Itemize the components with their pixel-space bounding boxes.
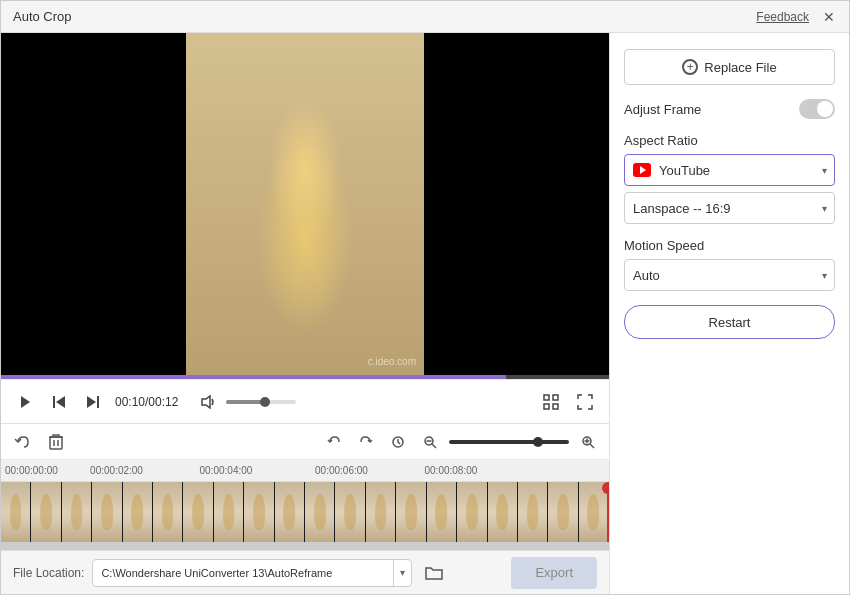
svg-line-17 [432, 444, 436, 448]
thumb-2 [31, 482, 61, 542]
time-display: 00:10/00:12 [115, 395, 178, 409]
undo-button[interactable] [321, 429, 347, 455]
thumb-7 [183, 482, 213, 542]
replace-file-label: Replace File [704, 60, 776, 75]
thumb-3 [62, 482, 92, 542]
left-panel: c.ideo.com 00:10/00:12 [1, 33, 609, 594]
restart-button[interactable]: Restart [624, 305, 835, 339]
youtube-label: YouTube [659, 163, 710, 178]
close-button[interactable]: ✕ [821, 9, 837, 25]
svg-line-21 [590, 444, 594, 448]
svg-rect-7 [553, 395, 558, 400]
thumb-9 [244, 482, 274, 542]
landscape-select[interactable]: Lanspace -- 16:9 [624, 192, 835, 224]
aspect-ratio-label: Aspect Ratio [624, 133, 835, 148]
thumb-8 [214, 482, 244, 542]
browse-folder-button[interactable] [420, 559, 448, 587]
file-path-input[interactable] [93, 567, 393, 579]
volume-slider[interactable] [226, 400, 296, 404]
time-marker-1: 00:00:02:00 [90, 465, 143, 476]
motion-speed-select[interactable]: Auto [624, 259, 835, 291]
thumb-4 [92, 482, 122, 542]
file-path-container: ▾ [92, 559, 412, 587]
svg-rect-10 [50, 437, 62, 449]
svg-rect-6 [544, 395, 549, 400]
bottom-bar: File Location: ▾ Export [1, 550, 609, 594]
youtube-select[interactable]: YouTube [624, 154, 835, 186]
progress-bar[interactable] [1, 375, 609, 379]
motion-speed-group: Motion Speed Auto ▾ [624, 238, 835, 291]
thumb-18 [518, 482, 548, 542]
right-panel: + Replace File Adjust Frame Aspect Ratio [609, 33, 849, 594]
file-path-dropdown[interactable]: ▾ [393, 560, 411, 586]
redo-button[interactable] [353, 429, 379, 455]
svg-rect-3 [97, 396, 99, 408]
svg-rect-8 [544, 404, 549, 409]
export-button[interactable]: Export [511, 557, 597, 589]
volume-icon[interactable] [196, 390, 220, 414]
svg-rect-9 [553, 404, 558, 409]
timeline-section: 00:00:00:00 00:00:02:00 00:00:04:00 00:0… [1, 423, 609, 550]
window-title: Auto Crop [13, 9, 72, 24]
fit-screen-button[interactable] [539, 390, 563, 414]
youtube-play-icon [640, 166, 646, 174]
watermark: c.ideo.com [368, 356, 416, 367]
video-letterbox-right [424, 33, 609, 375]
adjust-frame-toggle[interactable] [799, 99, 835, 119]
timeline-track[interactable] [1, 482, 609, 542]
thumb-6 [153, 482, 183, 542]
adjust-frame-row: Adjust Frame [624, 99, 835, 119]
timeline-scrollbar[interactable] [1, 542, 609, 550]
volume-fill [226, 400, 265, 404]
toggle-knob [817, 101, 833, 117]
controls-bar: 00:10/00:12 [1, 379, 609, 423]
video-letterbox-left [1, 33, 186, 375]
timeline-right-controls [321, 429, 601, 455]
delete-button[interactable] [43, 429, 69, 455]
svg-marker-0 [21, 396, 30, 408]
volume-thumb [260, 397, 270, 407]
thumb-16 [457, 482, 487, 542]
play-button[interactable] [13, 390, 37, 414]
zoom-out-button[interactable] [417, 429, 443, 455]
motion-speed-label: Motion Speed [624, 238, 835, 253]
main-content: c.ideo.com 00:10/00:12 [1, 33, 849, 594]
zoom-thumb [533, 437, 543, 447]
progress-fill [1, 375, 506, 379]
video-area: c.ideo.com [1, 33, 609, 375]
aspect-ratio-group: Aspect Ratio YouTube ▾ Lanspace -- 16:9 [624, 133, 835, 224]
restore-button[interactable] [385, 429, 411, 455]
time-marker-3: 00:00:06:00 [315, 465, 368, 476]
title-bar: Auto Crop Feedback ✕ [1, 1, 849, 33]
youtube-select-wrapper: YouTube ▾ [624, 154, 835, 186]
youtube-icon [633, 163, 651, 177]
skip-back-button[interactable] [47, 390, 71, 414]
thumb-5 [123, 482, 153, 542]
thumb-10 [275, 482, 305, 542]
time-marker-0: 00:00:00:00 [5, 465, 58, 476]
fullscreen-button[interactable] [573, 390, 597, 414]
zoom-slider[interactable] [449, 440, 569, 444]
timeline-toolbar [1, 424, 609, 460]
thumb-17 [488, 482, 518, 542]
thumbnail-strip [1, 482, 609, 542]
video-content: c.ideo.com [186, 33, 424, 375]
thumb-1 [1, 482, 31, 542]
video-frame: c.ideo.com [1, 33, 609, 375]
time-ruler: 00:00:00:00 00:00:02:00 00:00:04:00 00:0… [1, 460, 609, 482]
thumb-12 [335, 482, 365, 542]
svg-marker-2 [56, 396, 65, 408]
thumb-11 [305, 482, 335, 542]
zoom-in-button[interactable] [575, 429, 601, 455]
time-marker-2: 00:00:04:00 [200, 465, 253, 476]
feedback-link[interactable]: Feedback [756, 10, 809, 24]
motion-speed-select-wrapper: Auto ▾ [624, 259, 835, 291]
svg-marker-5 [202, 396, 210, 408]
skip-forward-button[interactable] [81, 390, 105, 414]
svg-marker-4 [87, 396, 96, 408]
file-location-label: File Location: [13, 566, 84, 580]
thumb-15 [427, 482, 457, 542]
replace-file-button[interactable]: + Replace File [624, 49, 835, 85]
undo-crop-button[interactable] [9, 429, 35, 455]
thumb-14 [396, 482, 426, 542]
